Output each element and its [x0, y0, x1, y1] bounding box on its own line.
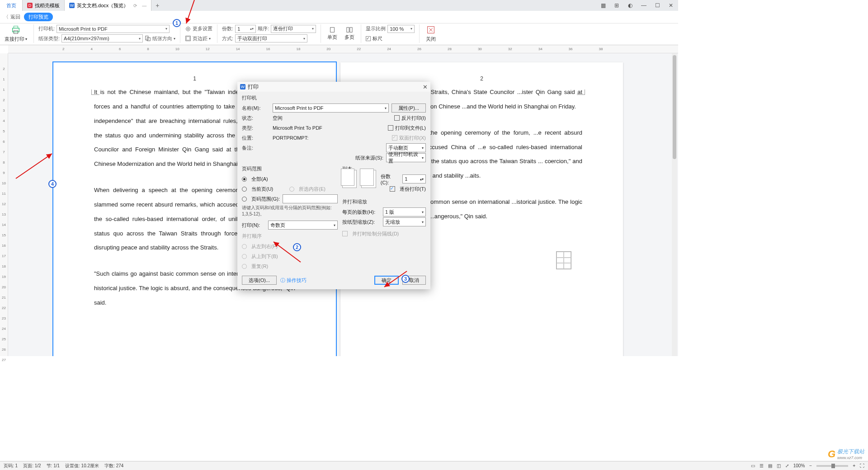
copies-input[interactable]: 1▴▾: [235, 25, 256, 33]
minimize-button[interactable]: —: [639, 2, 648, 9]
order-select[interactable]: 逐份打印▾: [271, 25, 316, 33]
group-label: 打印机: [242, 94, 426, 101]
mode-select[interactable]: 手动双面打印▾: [235, 34, 307, 42]
paper-direction-button[interactable]: 纸张方向▾: [145, 35, 175, 42]
maximize-button[interactable]: ☐: [653, 2, 662, 9]
print-preview-toolbar: 直接打印▾ 打印机: Microsoft Print to PDF▾ 纸张类型:…: [0, 24, 678, 45]
docer-icon: D: [27, 3, 33, 8]
repeat-label: 重复(R): [251, 263, 268, 270]
reverse-print-label: 反片打印(I): [401, 115, 426, 122]
annotation-callout-3: 3: [401, 275, 410, 283]
svg-line-13: [186, 0, 194, 24]
close-icon: [426, 25, 436, 35]
tab-bar: 首页 D 找稻壳模板 W 英文文档.docx（预览） ⟳ — + ▦ ⊞ ◐ —…: [0, 0, 678, 11]
range-pages-input[interactable]: [283, 194, 338, 203]
scroll-thumb[interactable]: [673, 55, 676, 159]
print-n-select[interactable]: 奇数页▾: [268, 221, 338, 230]
close-button[interactable]: ✕: [666, 2, 675, 9]
paper-select[interactable]: A4(210mm×297mm)▾: [61, 34, 143, 42]
paper-source-select[interactable]: 使用打印机设置▾: [386, 153, 426, 162]
print-to-file-label: 打印到文件(L): [395, 125, 426, 132]
page-number: 1: [193, 72, 196, 85]
annotation-callout-2: 2: [293, 243, 301, 251]
tab-close-icon[interactable]: —: [142, 3, 146, 8]
range-all-radio[interactable]: [242, 177, 247, 182]
caret-down-icon: ▾: [422, 220, 424, 224]
pps-select[interactable]: 1 版▾: [383, 207, 426, 216]
type-value: Microsoft Print To PDF: [273, 125, 322, 131]
close-preview-button[interactable]: 关闭: [424, 25, 438, 42]
svg-rect-4: [147, 38, 150, 41]
tab-label: 英文文档.docx（预览）: [77, 2, 128, 9]
range-selection-radio: [289, 187, 294, 192]
status-value: 空闲: [273, 115, 283, 122]
options-button[interactable]: 选项(O)...: [242, 276, 277, 285]
zoom-select[interactable]: 100 %▾: [387, 25, 415, 33]
svg-rect-9: [330, 28, 335, 33]
caret-down-icon: ▾: [385, 106, 387, 110]
caret-down-icon: ▾: [312, 27, 314, 31]
single-page-button[interactable]: 单页: [326, 25, 339, 43]
avatar-icon[interactable]: ◐: [626, 2, 635, 9]
back-button[interactable]: 〈返回: [4, 14, 20, 20]
tb-radio: [242, 254, 247, 259]
svg-rect-0: [13, 28, 19, 32]
properties-button[interactable]: 属性(P)...: [392, 103, 426, 113]
word-icon: W: [69, 3, 75, 8]
spinner-icon[interactable]: ▴▾: [420, 177, 424, 181]
fit-select[interactable]: 无缩放▾: [383, 217, 426, 226]
annotation-callout-4: 4: [48, 180, 57, 188]
orientation-icon: [145, 35, 151, 42]
collate-label: 逐份打印(T): [400, 186, 426, 193]
range-current-radio[interactable]: [242, 187, 247, 192]
range-current-label: 当前页(U): [251, 186, 273, 193]
tab-home[interactable]: 首页: [0, 0, 23, 11]
multi-page-button[interactable]: 多页: [343, 25, 356, 43]
dialog-close-button[interactable]: ✕: [423, 84, 428, 90]
tips-link[interactable]: ⓘ 操作技巧: [280, 277, 307, 284]
spinner-icon: ▴▾: [250, 27, 254, 31]
printer-name-select[interactable]: Microsoft Print to PDF▾: [273, 103, 389, 113]
svg-point-6: [187, 28, 189, 30]
group-label: 并打和缩放: [342, 198, 426, 205]
apps-icon[interactable]: ⊞: [612, 2, 621, 9]
collate-checkbox[interactable]: [390, 186, 395, 192]
paper-source-label: 纸张来源(S):: [355, 155, 383, 161]
reverse-print-checkbox[interactable]: [394, 115, 400, 121]
caret-down-icon: ▾: [422, 146, 424, 150]
ruler-checkbox[interactable]: [366, 36, 371, 41]
direct-print-button[interactable]: 直接打印▾: [3, 25, 29, 42]
caret-down-icon: ▾: [334, 223, 335, 227]
dialog-titlebar[interactable]: W打印 ✕: [237, 82, 430, 92]
caret-down-icon: ▾: [139, 37, 141, 41]
margins-button[interactable]: 页边距▾: [185, 35, 211, 42]
svg-rect-8: [187, 37, 190, 40]
multi-page-icon: [346, 27, 353, 33]
tab-add[interactable]: +: [151, 0, 163, 11]
tab-document[interactable]: W 英文文档.docx（预览） ⟳ —: [65, 0, 151, 11]
vertical-scrollbar[interactable]: [672, 53, 677, 356]
mode-label: 方式:: [222, 35, 233, 42]
duplex-checkbox: [392, 135, 397, 141]
svg-rect-10: [347, 28, 349, 33]
range-pages-radio[interactable]: [242, 197, 247, 202]
print-to-file-checkbox[interactable]: [388, 125, 393, 131]
repeat-radio: [242, 264, 247, 269]
caret-down-icon: ▾: [410, 27, 412, 31]
printer-label: 打印机:: [38, 25, 55, 32]
copies-c-input[interactable]: 1▴▾: [402, 174, 426, 183]
annotation-callout-1: 1: [173, 19, 181, 27]
tab-refresh-icon[interactable]: ⟳: [133, 3, 137, 8]
caret-down-icon: ▾: [25, 37, 27, 41]
collate-preview-icon: [361, 170, 376, 188]
group-direct-print: 直接打印▾: [3, 24, 34, 43]
printer-select[interactable]: Microsoft Print to PDF▾: [57, 25, 170, 33]
print-n-label: 打印(N):: [242, 222, 265, 229]
layout-icon[interactable]: ▦: [599, 2, 608, 9]
margins-icon: [185, 35, 191, 42]
tab-templates[interactable]: D 找稻壳模板: [23, 0, 65, 11]
range-selection-label: 所选内容(E): [299, 186, 326, 193]
group-zoom: 显示比例 100 %▾ 标尺: [366, 24, 420, 43]
annotation-arrow: [181, 0, 199, 27]
where-value: PORTPROMPT:: [273, 135, 308, 141]
